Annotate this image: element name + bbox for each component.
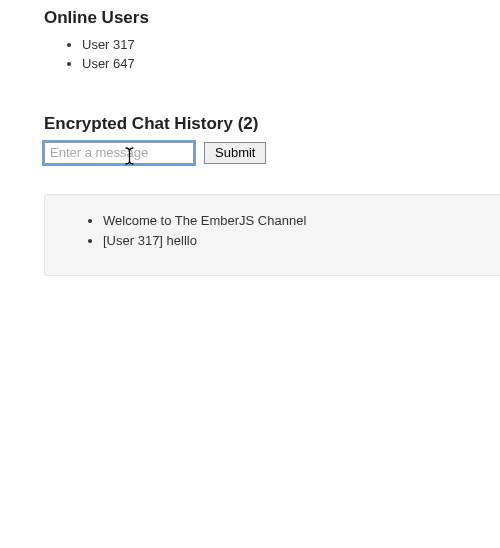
list-item: User 647 xyxy=(82,55,500,74)
message-list: Welcome to The EmberJS Channel [User 317… xyxy=(45,211,500,251)
message-history-panel: Welcome to The EmberJS Channel [User 317… xyxy=(44,194,500,276)
list-item: User 317 xyxy=(82,36,500,55)
online-users-list: User 317 User 647 xyxy=(44,36,500,74)
list-item: Welcome to The EmberJS Channel xyxy=(103,211,500,231)
list-item: [User 317] helllo xyxy=(103,231,500,251)
online-users-section: Online Users User 317 User 647 xyxy=(44,8,500,74)
online-users-heading: Online Users xyxy=(44,8,500,28)
chat-history-section: Encrypted Chat History (2) Submit Welcom… xyxy=(44,114,500,276)
chat-history-heading: Encrypted Chat History (2) xyxy=(44,114,500,134)
message-input[interactable] xyxy=(44,142,194,164)
submit-button[interactable]: Submit xyxy=(204,142,266,164)
message-form: Submit xyxy=(44,142,500,164)
